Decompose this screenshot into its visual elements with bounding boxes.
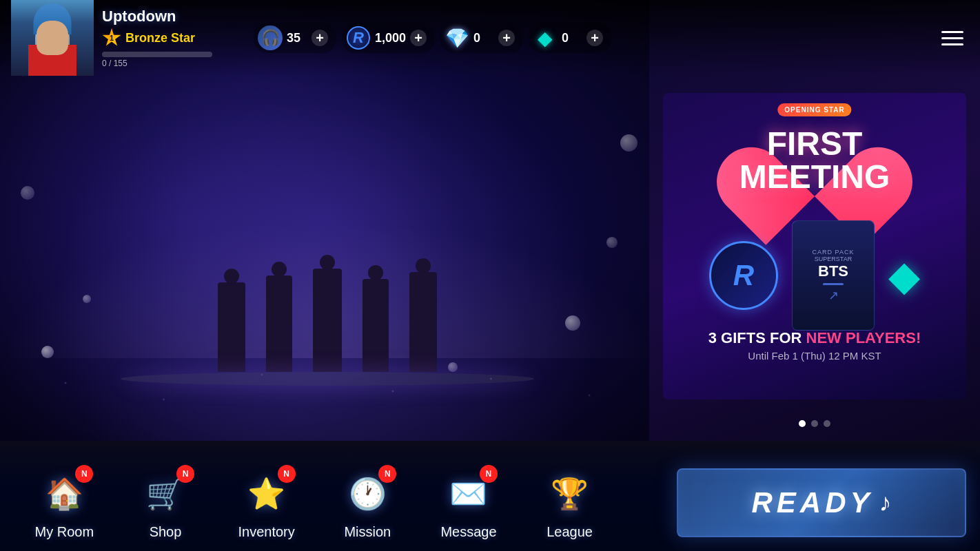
r-logo: R <box>709 241 778 310</box>
teal-gem-decoration: ◆ <box>888 251 920 300</box>
nav-item-shop[interactable]: N 🛒 Shop <box>117 469 214 540</box>
diamond-value: 0 <box>473 31 494 45</box>
gem-icon: ◆ <box>533 25 558 50</box>
banner-content: OPENING STAR FIRST MEETING R CARD PACK S… <box>663 93 966 399</box>
league-label: League <box>547 524 593 540</box>
stage-silhouettes <box>218 269 437 372</box>
nav-item-league[interactable]: 🏆 League <box>522 469 618 540</box>
shop-label: Shop <box>150 524 182 540</box>
opening-badge: OPENING STAR <box>777 103 851 116</box>
envelope-icon: ✉️ <box>449 476 487 512</box>
mission-icon: 🕐 <box>349 476 387 512</box>
my-room-icon-wrap: N 🏠 <box>39 469 89 519</box>
my-room-new-badge: N <box>75 465 93 483</box>
inventory-new-badge: N <box>278 465 296 483</box>
currency-gem: ◆ 0 + <box>529 23 611 53</box>
mission-label: Mission <box>344 524 391 540</box>
r-points-plus-btn[interactable]: + <box>410 30 427 46</box>
rank-number: 1 <box>110 34 114 42</box>
league-icon-wrap: 🏆 <box>545 469 595 519</box>
nav-items: N 🏠 My Room N 🛒 Shop N ⭐ Inventory <box>0 469 634 540</box>
league-icon: 🏆 <box>551 476 589 512</box>
gem-value: 0 <box>562 31 582 45</box>
superstar-label: SUPERSTAR <box>815 256 852 262</box>
header: Uptodown 1 Bronze Star 0 / 155 🎧 35 + R <box>0 0 980 76</box>
currency-bar: 🎧 35 + R 1,000 + 💎 0 + ◆ <box>254 23 936 53</box>
until-text: Until Feb 1 (Thu) 12 PM KST <box>663 350 966 362</box>
diamond-plus-btn[interactable]: + <box>498 30 515 46</box>
message-icon-wrap: N ✉️ <box>444 469 493 519</box>
nav-item-my-room[interactable]: N 🏠 My Room <box>16 469 112 540</box>
gifts-prefix: 3 GIFTS FOR <box>708 329 806 346</box>
menu-line-2 <box>941 37 963 39</box>
r-points-icon: R <box>346 25 371 50</box>
banner-title: FIRST MEETING <box>663 127 966 194</box>
gifts-row: 3 GIFTS FOR NEW PLAYERS! Until Feb 1 (Th… <box>663 329 966 362</box>
carousel-dot-1[interactable] <box>799 420 806 427</box>
nav-item-message[interactable]: N ✉️ Message <box>420 469 517 540</box>
menu-button[interactable] <box>936 25 969 51</box>
silhouette-5 <box>409 272 437 372</box>
shop-new-badge: N <box>176 465 194 483</box>
message-new-badge: N <box>480 465 498 483</box>
mission-icon-wrap: N 🕐 <box>343 469 392 519</box>
nav-item-mission[interactable]: N 🕐 Mission <box>319 469 416 540</box>
shop-icon-wrap: N 🛒 <box>141 469 190 519</box>
gifts-text: 3 GIFTS FOR NEW PLAYERS! <box>663 329 966 347</box>
player-rank: 1 Bronze Star <box>102 28 212 48</box>
avatar-container <box>11 0 94 76</box>
superstar-bts-card: CARD PACK SUPERSTAR BTS ↗ <box>792 220 875 331</box>
carousel-dot-2[interactable] <box>811 420 818 427</box>
inventory-icon: ⭐ <box>247 476 285 512</box>
player-name: Uptodown <box>102 8 212 25</box>
menu-line-1 <box>941 31 963 33</box>
shop-icon: 🛒 <box>146 476 184 512</box>
music-note-icon: ♪ <box>879 488 892 517</box>
xp-text: 0 / 155 <box>102 59 212 68</box>
headphones-value: 35 <box>287 31 307 45</box>
my-room-label: My Room <box>35 524 94 540</box>
bts-arrow: ↗ <box>828 288 839 303</box>
rank-label: Bronze Star <box>125 31 195 45</box>
crowd <box>0 358 655 441</box>
currency-diamond: 💎 0 + <box>440 23 523 53</box>
ready-text: READY <box>751 486 873 519</box>
xp-bar-container <box>102 52 212 57</box>
bts-title: BTS <box>818 262 848 280</box>
ready-button[interactable]: READY ♪ <box>677 468 966 537</box>
carousel-dots <box>799 420 830 427</box>
home-icon: 🏠 <box>45 476 83 512</box>
mission-new-badge: N <box>378 465 396 483</box>
headphones-plus-btn[interactable]: + <box>312 30 328 46</box>
new-players-highlight: NEW PLAYERS! <box>806 329 921 346</box>
player-info: Uptodown 1 Bronze Star 0 / 155 <box>102 8 212 68</box>
r-icon: R <box>347 26 370 50</box>
diamond-icon: 💎 <box>445 25 469 50</box>
inventory-label: Inventory <box>238 524 295 540</box>
banner-card[interactable]: OPENING STAR FIRST MEETING R CARD PACK S… <box>663 93 966 399</box>
carousel-dot-3[interactable] <box>824 420 830 427</box>
card-label: CARD PACK <box>813 249 855 256</box>
inventory-icon-wrap: N ⭐ <box>242 469 292 519</box>
currency-headphones: 🎧 35 + <box>254 23 336 53</box>
rank-star-icon: 1 <box>102 28 121 48</box>
nav-item-inventory[interactable]: N ⭐ Inventory <box>218 469 315 540</box>
meeting-text: MEETING <box>663 160 966 194</box>
menu-line-3 <box>941 43 963 45</box>
message-label: Message <box>440 524 496 540</box>
first-text: FIRST <box>663 127 966 160</box>
r-points-value: 1,000 <box>375 31 406 45</box>
silhouette-3 <box>313 269 342 372</box>
bts-logo-area: R CARD PACK SUPERSTAR BTS ↗ ◆ <box>709 220 920 331</box>
gem-plus-btn[interactable]: + <box>586 30 603 46</box>
silhouette-2 <box>266 276 292 372</box>
currency-r-points: R 1,000 + <box>342 23 435 53</box>
avatar[interactable] <box>11 0 94 76</box>
headphones-icon: 🎧 <box>258 25 283 50</box>
